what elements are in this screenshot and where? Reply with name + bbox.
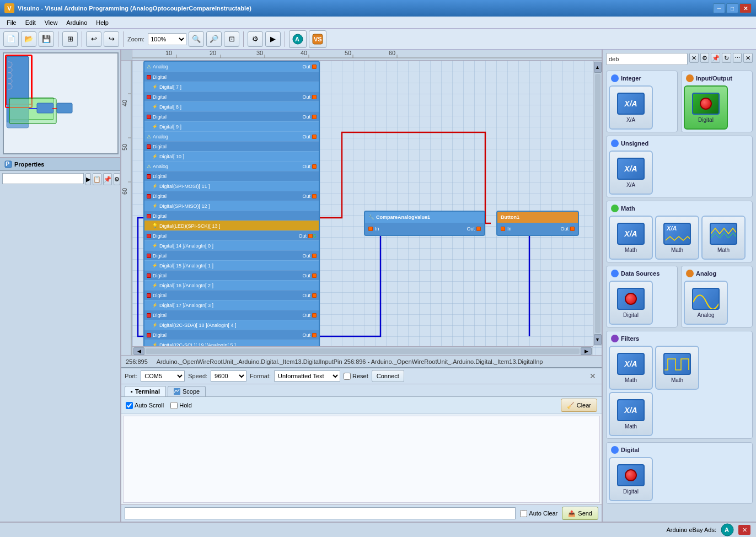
visuino-button[interactable]: VS xyxy=(309,30,326,48)
filters-card-1[interactable]: X/A Math xyxy=(609,346,653,390)
auto-scroll-checkbox[interactable] xyxy=(126,402,133,409)
math-card-3[interactable]: Math xyxy=(701,216,746,260)
search-settings-btn[interactable]: ⚙ xyxy=(700,53,710,63)
serial-close-button[interactable]: ✕ xyxy=(587,370,598,382)
scroll-left-btn[interactable]: ◀ xyxy=(133,347,144,355)
menu-edit[interactable]: Edit xyxy=(21,18,40,27)
prop-btn-2[interactable]: 📋 xyxy=(93,173,101,185)
zoom-in-button[interactable]: 🔍 xyxy=(189,31,204,47)
pin-connector-digital-6[interactable] xyxy=(147,194,151,198)
pin-connector-digital-1-left[interactable] xyxy=(147,75,151,79)
prop-btn-1[interactable]: ▶ xyxy=(85,173,91,185)
pin-connector-digital-3[interactable] xyxy=(147,115,151,119)
integer-xa-card[interactable]: X/A X/A xyxy=(609,85,653,130)
pin-out-ai3[interactable] xyxy=(312,313,317,318)
component-search-input[interactable] xyxy=(606,53,688,65)
auto-clear-checkbox[interactable] xyxy=(520,510,527,517)
close-button[interactable]: ✕ xyxy=(739,3,752,13)
zoom-select[interactable]: 100% 50% 75% 125% 150% xyxy=(148,33,186,45)
pin-out-ai2[interactable] xyxy=(312,293,317,298)
scroll-up-btn[interactable]: ▲ xyxy=(594,62,602,73)
upload-button[interactable]: ▶ xyxy=(265,31,281,47)
filters-card-3[interactable]: X/A Math xyxy=(609,392,653,436)
pin-connector-ai1[interactable] xyxy=(147,273,151,278)
pin-connector-digital-7[interactable] xyxy=(147,214,151,218)
pin-out-3[interactable] xyxy=(312,115,317,119)
bottom-close-button[interactable]: ✕ xyxy=(738,525,750,535)
scroll-right-btn[interactable]: ▶ xyxy=(581,347,592,355)
pin-connector-digital-4[interactable] xyxy=(147,144,151,149)
auto-scroll-label[interactable]: Auto Scroll xyxy=(126,402,164,409)
compare-out-connector[interactable] xyxy=(476,227,481,231)
pin-out-8[interactable] xyxy=(308,234,313,238)
save-button[interactable]: 💾 xyxy=(39,31,54,47)
pin-connector-digital-5[interactable] xyxy=(147,174,151,179)
open-button[interactable]: 📂 xyxy=(21,31,36,47)
arduino-button[interactable]: A xyxy=(289,30,307,48)
serial-send-input[interactable] xyxy=(125,507,516,519)
reset-checkbox-label[interactable]: Reset xyxy=(344,373,368,380)
minimize-button[interactable]: ─ xyxy=(713,3,725,13)
pin-connector-ai0[interactable] xyxy=(147,254,151,258)
new-button[interactable]: 📄 xyxy=(3,31,19,47)
tab-terminal[interactable]: ▪ Terminal xyxy=(125,386,166,396)
scroll-down-btn[interactable]: ▼ xyxy=(594,334,602,345)
undo-button[interactable]: ↩ xyxy=(86,31,101,47)
clear-button[interactable]: 🧹 Clear xyxy=(561,399,597,412)
search-pin-btn[interactable]: 📌 xyxy=(711,53,720,63)
auto-clear-label[interactable]: Auto Clear xyxy=(520,510,557,517)
properties-search[interactable] xyxy=(2,173,84,184)
analog-xa-card[interactable]: Analog xyxy=(684,281,728,325)
datasources-digital-card[interactable]: Digital xyxy=(609,281,653,325)
scroll-thumb-h[interactable] xyxy=(146,348,580,354)
pin-out-ai0[interactable] xyxy=(312,254,317,258)
compare-in-connector[interactable] xyxy=(368,227,373,231)
search-close-btn[interactable]: ✕ xyxy=(743,53,753,63)
filters-card-2[interactable]: Math xyxy=(655,346,699,390)
button-in-connector[interactable] xyxy=(501,227,505,231)
io-digital-card[interactable]: Digital xyxy=(684,85,728,130)
pin-connector-ai3[interactable] xyxy=(147,313,151,318)
connect-button[interactable]: Connect xyxy=(372,370,404,382)
maximize-button[interactable]: □ xyxy=(726,3,738,13)
compile-button[interactable]: ⚙ xyxy=(248,31,263,47)
search-clear-btn[interactable]: ✕ xyxy=(689,53,699,63)
pin-out-6[interactable] xyxy=(312,194,317,198)
menu-view[interactable]: View xyxy=(40,18,62,27)
pin-connector-i2c-sda[interactable] xyxy=(147,333,151,337)
unsigned-xa-card[interactable]: X/A X/A xyxy=(609,151,653,195)
pin-connector-digital-2-left[interactable] xyxy=(147,95,151,99)
math-card-1[interactable]: X/A Math xyxy=(609,216,653,260)
zoom-out-button[interactable]: 🔎 xyxy=(206,31,222,47)
prop-btn-4[interactable]: ⚙ xyxy=(114,173,120,185)
pin-out-analog-2[interactable] xyxy=(312,135,317,139)
hold-checkbox[interactable] xyxy=(170,402,178,409)
scrollbar-vertical[interactable]: ▲ ▼ xyxy=(593,61,602,346)
tab-scope[interactable]: Scope xyxy=(168,386,206,396)
pin-out-analog-3[interactable] xyxy=(312,164,317,169)
prop-btn-3[interactable]: 📌 xyxy=(103,173,112,185)
menu-file[interactable]: File xyxy=(2,18,21,27)
pin-connector-digital-8[interactable] xyxy=(147,234,151,238)
pin-connector-ai2[interactable] xyxy=(147,293,151,298)
scrollbar-horizontal[interactable]: ◀ ▶ xyxy=(132,346,593,355)
zoom-fit-button[interactable]: ⊡ xyxy=(224,31,239,47)
minimap[interactable] xyxy=(3,52,119,154)
reset-checkbox[interactable] xyxy=(344,373,351,380)
pin-out-ai1[interactable] xyxy=(312,273,317,278)
pin-out-i2c-sda[interactable] xyxy=(312,333,317,337)
menu-help[interactable]: Help xyxy=(92,18,113,27)
math-card-2[interactable]: X/A Math xyxy=(655,216,699,260)
serial-output[interactable] xyxy=(123,416,600,503)
hold-label[interactable]: Hold xyxy=(170,402,192,409)
arduino-component[interactable]: ⚠ Analog Out Digital ⚡ Di xyxy=(143,61,320,355)
scroll-thumb-v[interactable] xyxy=(595,74,600,333)
button-out-connector[interactable] xyxy=(570,227,575,231)
canvas-main[interactable]: ⚠ Analog Out Digital ⚡ Di xyxy=(132,61,602,355)
button-component[interactable]: Button1 In Out xyxy=(496,211,579,236)
compare-component[interactable]: 🔧 CompareAnalogValue1 In Out xyxy=(364,211,485,236)
digital-card-1[interactable]: Digital xyxy=(609,457,653,501)
send-button[interactable]: 📤 Send xyxy=(562,507,598,520)
speed-select[interactable]: 9600 115200 57600 xyxy=(211,370,246,382)
port-select[interactable]: COM5 xyxy=(141,370,185,382)
